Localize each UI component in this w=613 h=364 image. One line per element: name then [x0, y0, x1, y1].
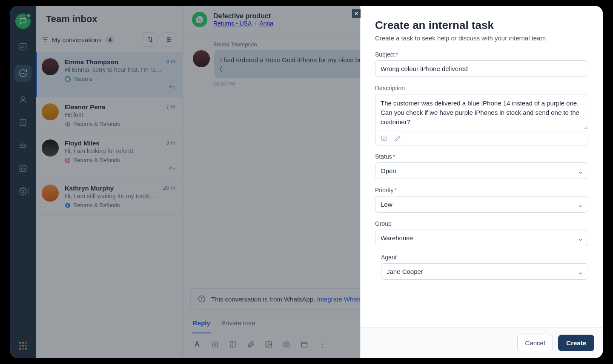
svg-point-28 — [284, 341, 289, 347]
conversation-agent-link[interactable]: Anna — [259, 20, 273, 27]
reply-icon[interactable] — [169, 165, 175, 172]
tab-private-note[interactable]: Private note — [221, 313, 256, 333]
conversation-name: Kathryn Murphy — [65, 185, 159, 192]
conversation-group-link[interactable]: Returns - USA — [213, 20, 251, 27]
dashboard-icon[interactable] — [18, 42, 28, 52]
status-label: Status* — [375, 153, 588, 160]
svg-rect-2 — [20, 144, 26, 148]
subject-label: Subject* — [375, 51, 588, 58]
create-button[interactable]: Create — [558, 335, 594, 351]
filter-label: My conversations — [52, 36, 102, 43]
priority-select[interactable]: Low — [375, 196, 588, 213]
more-icon[interactable]: ⋮ — [318, 340, 327, 349]
svg-point-6 — [22, 191, 24, 193]
group-label: Group — [375, 220, 588, 227]
reports-icon[interactable] — [18, 163, 28, 173]
format-text-icon[interactable]: A — [193, 340, 201, 349]
svg-point-24 — [201, 297, 202, 298]
svg-rect-0 — [20, 44, 26, 50]
avatar — [42, 139, 59, 156]
conversation-item[interactable]: Floyd Miles Hi, I am looking for refund.… — [36, 134, 182, 179]
sort-button[interactable] — [143, 32, 158, 47]
nav-rail: + ⋮ — [10, 6, 36, 358]
knowledge-icon[interactable] — [18, 117, 28, 128]
customer-avatar — [193, 50, 210, 67]
image-icon[interactable] — [264, 340, 273, 349]
svg-point-30 — [287, 344, 288, 344]
svg-point-3 — [22, 145, 23, 146]
close-drawer-button[interactable]: ✕ — [352, 9, 361, 18]
svg-point-29 — [285, 344, 286, 344]
page-title: Team inbox — [36, 6, 182, 29]
description-label: Description — [375, 85, 588, 91]
cancel-button[interactable]: Cancel — [517, 335, 553, 351]
app-logo[interactable]: + — [15, 14, 31, 29]
status-select[interactable]: Open — [375, 162, 588, 179]
avatar — [42, 58, 59, 75]
svg-point-27 — [267, 343, 268, 344]
conversation-time: 1 m — [166, 103, 175, 110]
avatar — [42, 185, 59, 202]
conversation-list-panel: Team inbox My conversations 4 Emma Thomp… — [36, 6, 183, 358]
reply-icon[interactable] — [169, 84, 175, 91]
conversation-count-badge: 4 — [105, 36, 115, 43]
conversation-snippet: Hi Emma, sorry to hear that. I'm raising… — [65, 66, 162, 73]
conversation-item[interactable]: Eleanor Pena Hello!!! Returns & Refunds … — [36, 97, 182, 134]
group-select[interactable]: Warehouse — [375, 230, 588, 246]
info-icon — [198, 295, 206, 303]
edit-icon[interactable] — [394, 135, 401, 142]
drawer-subtitle: Create a task to seek help or discuss wi… — [375, 34, 588, 42]
priority-label: Priority* — [375, 187, 588, 193]
insert-canned-icon[interactable] — [381, 135, 387, 142]
inbox-icon[interactable] — [14, 65, 32, 82]
facebook-icon — [65, 202, 71, 208]
conversation-item[interactable]: Emma Thompson Hi Emma, sorry to hear tha… — [36, 52, 182, 97]
svg-point-19 — [67, 159, 69, 161]
avatar — [42, 103, 59, 120]
conversation-time: 3 m — [166, 58, 175, 65]
conversation-item[interactable]: Kathryn Murphy Hi, I am still waiting fo… — [36, 179, 182, 215]
svg-point-4 — [24, 145, 25, 146]
conversation-snippet: Hi, I am still waiting for my tracking d… — [65, 193, 159, 199]
apps-grid-icon[interactable] — [19, 342, 27, 350]
conversation-tag: Returns & Refunds — [73, 202, 120, 208]
svg-rect-18 — [66, 158, 70, 162]
subject-input[interactable] — [375, 60, 588, 77]
whatsapp-icon — [65, 76, 71, 82]
whatsapp-channel-icon — [192, 12, 207, 27]
attachment-icon[interactable] — [246, 340, 255, 349]
conversation-tag: Returns & Refunds — [73, 121, 120, 127]
settings-icon[interactable]: ⋮ — [18, 186, 28, 196]
filter-dropdown[interactable]: My conversations 4 — [42, 36, 139, 43]
conversation-snippet: Hi, I am looking for refund. — [65, 148, 162, 154]
svg-rect-31 — [301, 342, 307, 347]
svg-point-15 — [168, 41, 169, 42]
drawer-title: Create an internal task — [375, 19, 588, 32]
web-icon — [65, 121, 71, 127]
agent-label: Agent — [381, 254, 588, 261]
conversation-name: Eleanor Pena — [65, 103, 162, 111]
conversation-time: 3 m — [166, 139, 175, 146]
svg-rect-25 — [212, 342, 218, 347]
instagram-icon — [65, 157, 71, 163]
calendar-icon[interactable] — [300, 340, 309, 349]
description-input[interactable] — [375, 94, 588, 129]
conversation-tag: Returns & Refunds — [73, 157, 120, 163]
bot-icon[interactable] — [18, 140, 28, 151]
tab-reply[interactable]: Reply — [192, 313, 211, 333]
create-task-drawer: ✕ Create an internal task Create a task … — [360, 6, 603, 358]
agent-select[interactable]: Jane Cooper — [381, 263, 588, 280]
canned-response-icon[interactable] — [211, 340, 219, 349]
conversation-title: Defective product — [213, 12, 273, 20]
emoji-icon[interactable] — [282, 340, 291, 349]
filter-button[interactable] — [162, 32, 176, 47]
svg-point-1 — [22, 97, 25, 100]
contacts-icon[interactable] — [18, 94, 28, 105]
conversation-snippet: Hello!!! — [65, 111, 162, 118]
svg-point-13 — [169, 39, 171, 40]
conversation-tag: Returns — [73, 76, 93, 82]
conversation-name: Floyd Miles — [65, 139, 162, 147]
svg-point-20 — [69, 159, 69, 159]
conversation-name: Emma Thompson — [65, 58, 162, 65]
articles-icon[interactable] — [229, 340, 237, 349]
